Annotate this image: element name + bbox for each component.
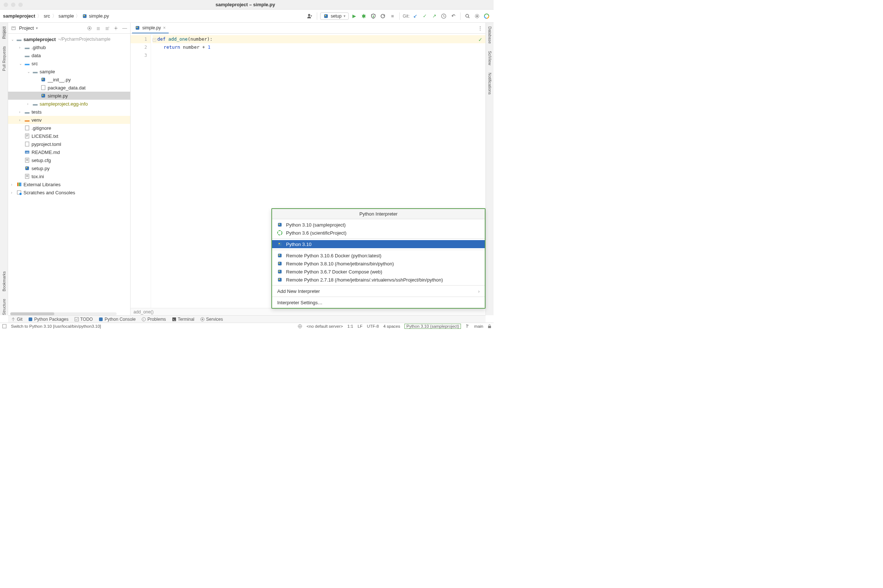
chevron-down-icon[interactable]: ▾ <box>36 26 38 30</box>
tree-horizontal-scrollbar[interactable] <box>10 312 117 315</box>
git-push-icon[interactable]: ↗ <box>430 12 438 20</box>
line-number[interactable]: 3 <box>131 51 147 59</box>
tree-node-simple[interactable]: simple.py <box>8 92 130 100</box>
tree-node-sample[interactable]: ⌄ ▬ sample <box>8 68 130 75</box>
status-lock-icon[interactable] <box>488 324 491 328</box>
breadcrumb-file[interactable]: simple.py <box>89 13 109 19</box>
interpreter-option[interactable]: Remote Python 3.6.7 Docker Compose (web) <box>272 268 485 276</box>
tree-root[interactable]: ⌄ ▬ sampleproject ~/PycharmProjects/samp… <box>8 35 130 43</box>
status-caret-position[interactable]: 1:1 <box>347 324 353 328</box>
expand-arrow-icon[interactable]: ⌄ <box>11 38 16 41</box>
status-line-ending[interactable]: LF <box>357 324 362 328</box>
tool-tab-notifications[interactable]: Notifications <box>488 73 492 94</box>
tool-tab-git[interactable]: Git <box>11 317 23 322</box>
breadcrumb-item-sample[interactable]: sample <box>59 13 74 19</box>
tree-node-license[interactable]: LICENSE.txt <box>8 132 130 140</box>
tool-tab-console[interactable]: Python Console <box>99 317 136 322</box>
expand-arrow-icon[interactable]: › <box>19 110 24 114</box>
tree-node-scratches[interactable]: › Scratches and Consoles <box>8 188 130 196</box>
tool-tab-todo[interactable]: TODO <box>74 317 93 322</box>
status-quicklist-icon[interactable] <box>2 324 7 328</box>
settings-icon[interactable] <box>473 12 481 20</box>
git-commit-icon[interactable]: ✓ <box>420 12 429 20</box>
status-interpreter[interactable]: Python 3.10 (sampleproject) <box>404 324 461 329</box>
line-number[interactable]: 2 <box>131 43 147 51</box>
status-server[interactable]: <no default server> <box>306 324 343 328</box>
code-crumb-bar[interactable]: add_one() <box>131 308 485 315</box>
tool-tab-database[interactable]: Database <box>488 26 492 44</box>
tree-node-setuppy[interactable]: setup.py <box>8 164 130 172</box>
tree-node-setupcfg[interactable]: setup.cfg <box>8 156 130 164</box>
tool-tab-problems[interactable]: ! Problems <box>141 317 166 322</box>
close-window-button[interactable] <box>4 3 8 7</box>
tree-node-gitignore[interactable]: .gitignore <box>8 124 130 132</box>
tool-tab-sciview[interactable]: SciView <box>488 51 492 65</box>
tree-node-readme[interactable]: MD README.md <box>8 148 130 156</box>
search-icon[interactable] <box>464 12 472 20</box>
expand-arrow-icon[interactable]: ⌄ <box>27 70 32 74</box>
run-config-selector[interactable]: setup ▾ <box>320 12 349 20</box>
project-panel-title[interactable]: Project <box>19 25 34 31</box>
fold-handle-icon[interactable]: − <box>153 38 156 42</box>
expand-arrow-icon[interactable]: › <box>11 190 16 195</box>
interpreter-option[interactable]: Remote Python 3.8.10 (/home/jetbrains/bi… <box>272 260 485 268</box>
add-interpreter-option[interactable]: Add New Interpreter › <box>272 287 485 295</box>
project-tree[interactable]: ⌄ ▬ sampleproject ~/PycharmProjects/samp… <box>8 34 130 315</box>
panel-settings-icon[interactable] <box>113 25 119 32</box>
editor-more-icon[interactable]: ⋮ <box>476 24 484 32</box>
expand-arrow-icon[interactable]: › <box>19 118 24 122</box>
status-encoding[interactable]: UTF-8 <box>367 324 379 328</box>
collapse-all-icon[interactable] <box>104 25 110 32</box>
status-server-icon[interactable] <box>298 324 302 328</box>
select-opened-file-icon[interactable] <box>86 25 93 32</box>
expand-all-icon[interactable] <box>95 25 102 32</box>
code-crumb[interactable]: add_one() <box>134 309 154 315</box>
editor-gutter[interactable]: 1 2 3 <box>131 34 151 315</box>
expand-arrow-icon[interactable]: › <box>27 102 32 106</box>
status-indent[interactable]: 4 spaces <box>383 324 400 328</box>
tree-node-pyproject[interactable]: pyproject.toml <box>8 140 130 148</box>
tree-node-src[interactable]: ⌄ ▬ src <box>8 59 130 68</box>
interpreter-option-selected[interactable]: Python 3.10 <box>272 240 485 248</box>
expand-arrow-icon[interactable]: › <box>19 45 24 50</box>
tree-node-egginfo[interactable]: › ▬ sampleproject.egg-info <box>8 100 130 108</box>
tree-node-data[interactable]: ▬ data <box>8 51 130 59</box>
hide-panel-icon[interactable]: — <box>122 25 128 32</box>
project-view-icon[interactable] <box>10 25 17 32</box>
zoom-window-button[interactable] <box>18 3 23 7</box>
tool-tab-structure[interactable]: Structure <box>2 299 6 315</box>
git-pull-icon[interactable]: ↙ <box>411 12 419 20</box>
inspection-ok-icon[interactable]: ✓ <box>478 37 482 42</box>
tab-close-icon[interactable]: × <box>163 25 166 30</box>
status-branch-icon[interactable] <box>466 324 470 328</box>
tree-node-init[interactable]: __init__.py <box>8 75 130 84</box>
line-number[interactable]: 1 <box>131 35 151 43</box>
status-hint[interactable]: Switch to Python 3.10 [/usr/local/bin/py… <box>11 324 101 328</box>
status-branch[interactable]: main <box>474 324 483 328</box>
tree-node-venv[interactable]: › ▬ venv <box>8 116 130 124</box>
editor-tab-simple[interactable]: simple.py × <box>132 23 169 33</box>
interpreter-option[interactable]: Remote Python 3.10.6 Docker (python:late… <box>272 252 485 260</box>
interpreter-settings-option[interactable]: Interpreter Settings… <box>272 298 485 306</box>
scrollbar-thumb[interactable] <box>10 312 54 315</box>
git-history-icon[interactable] <box>440 12 448 20</box>
tool-tab-services[interactable]: Services <box>200 317 223 322</box>
tool-tab-pull-requests[interactable]: Pull Requests <box>2 46 6 71</box>
git-rollback-icon[interactable]: ↶ <box>449 12 457 20</box>
user-icon[interactable]: ▾ <box>306 12 314 20</box>
profile-button[interactable]: ▾ <box>379 12 387 20</box>
run-button[interactable]: ▶ <box>350 12 358 20</box>
tree-node-github[interactable]: › ▬ .github <box>8 43 130 51</box>
coverage-button[interactable] <box>369 12 377 20</box>
minimize-window-button[interactable] <box>11 3 15 7</box>
breadcrumb-root[interactable]: sampleproject <box>3 13 35 19</box>
stop-button[interactable]: ■ <box>388 12 396 20</box>
tool-tab-project[interactable]: Project <box>2 26 6 39</box>
interpreter-option[interactable]: Python 3.6 (scientificProject) <box>272 229 485 237</box>
breadcrumb-item-src[interactable]: src <box>44 13 50 19</box>
tool-tab-bookmarks[interactable]: Bookmarks <box>2 271 6 291</box>
interpreter-option[interactable]: Remote Python 2.7.18 (/home/jetbrains/.v… <box>272 276 485 284</box>
tree-node-pkgdata[interactable]: package_data.dat <box>8 84 130 92</box>
tree-node-toxini[interactable]: tox.ini <box>8 172 130 180</box>
tool-tab-terminal[interactable]: Terminal <box>172 317 194 322</box>
